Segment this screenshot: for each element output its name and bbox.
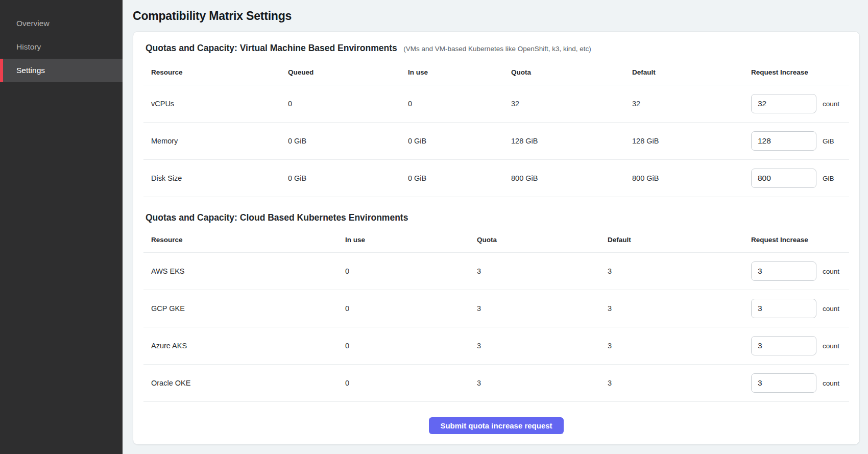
- quota-value: 3: [477, 267, 608, 275]
- resource-name: GCP GKE: [151, 304, 345, 313]
- column-header-resource: Resource: [151, 68, 288, 76]
- column-header-default: Default: [608, 236, 751, 244]
- unit-label: count: [823, 305, 839, 313]
- sidebar-item-settings[interactable]: Settings: [0, 59, 123, 82]
- column-header-default: Default: [632, 68, 751, 76]
- default-value: 3: [608, 304, 751, 313]
- table-row-disk-size: Disk Size 0 GiB 0 GiB 800 GiB 800 GiB Gi…: [143, 160, 849, 197]
- main-content: Compatibility Matrix Settings Quotas and…: [123, 0, 868, 445]
- resource-name: Oracle OKE: [151, 379, 345, 387]
- vm-table-header-row: Resource Queued In use Quota Default Req…: [143, 60, 849, 85]
- vcpus-request-input[interactable]: [751, 94, 816, 113]
- resource-name: Disk Size: [151, 174, 288, 182]
- table-row-aws-eks: AWS EKS 0 3 3 count: [143, 253, 849, 290]
- sidebar: Overview History Settings: [0, 0, 123, 454]
- in-use-value: 0 GiB: [408, 137, 511, 145]
- azure-aks-request-input[interactable]: [751, 336, 816, 355]
- column-header-resource: Resource: [151, 236, 345, 244]
- in-use-value: 0: [345, 267, 477, 275]
- k8s-section-header: Quotas and Capacity: Cloud Based Kuberne…: [133, 197, 859, 227]
- vm-section-header: Quotas and Capacity: Virtual Machine Bas…: [133, 32, 859, 60]
- unit-label: GiB: [823, 137, 834, 145]
- memory-request-input[interactable]: [751, 131, 816, 151]
- unit-label: count: [823, 268, 839, 275]
- unit-label: count: [823, 342, 839, 350]
- sidebar-item-history[interactable]: History: [0, 35, 123, 59]
- disk-size-request-input[interactable]: [751, 169, 816, 188]
- k8s-quota-table: Resource In use Quota Default Request In…: [143, 227, 849, 402]
- quota-value: 3: [477, 304, 608, 313]
- k8s-section-title: Quotas and Capacity: Cloud Based Kuberne…: [146, 212, 408, 223]
- column-header-queued: Queued: [288, 68, 408, 76]
- quota-value: 3: [477, 342, 608, 350]
- settings-card: Quotas and Capacity: Virtual Machine Bas…: [133, 31, 860, 445]
- table-row-gcp-gke: GCP GKE 0 3 3 count: [143, 290, 849, 327]
- submit-quota-button[interactable]: Submit quota increase request: [429, 417, 563, 434]
- quota-value: 3: [477, 379, 608, 387]
- quota-value: 32: [511, 100, 632, 108]
- vm-section-subtitle: (VMs and VM-based Kubernetes like OpenSh…: [403, 45, 591, 53]
- default-value: 3: [608, 267, 751, 275]
- default-value: 32: [632, 100, 751, 108]
- table-row-oracle-oke: Oracle OKE 0 3 3 count: [143, 365, 849, 402]
- resource-name: vCPUs: [151, 100, 288, 108]
- column-header-request-increase: Request Increase: [751, 236, 849, 244]
- quota-value: 800 GiB: [511, 174, 632, 182]
- in-use-value: 0: [408, 100, 511, 108]
- resource-name: AWS EKS: [151, 267, 345, 275]
- default-value: 800 GiB: [632, 174, 751, 182]
- table-row-azure-aks: Azure AKS 0 3 3 count: [143, 327, 849, 365]
- k8s-table-header-row: Resource In use Quota Default Request In…: [143, 227, 849, 253]
- column-header-quota: Quota: [477, 236, 608, 244]
- unit-label: count: [823, 379, 839, 387]
- in-use-value: 0: [345, 379, 477, 387]
- card-footer: Submit quota increase request: [133, 402, 859, 436]
- queued-value: 0 GiB: [288, 174, 408, 182]
- column-header-in-use: In use: [345, 236, 477, 244]
- default-value: 3: [608, 379, 751, 387]
- gcp-gke-request-input[interactable]: [751, 299, 816, 318]
- in-use-value: 0: [345, 304, 477, 313]
- table-row-memory: Memory 0 GiB 0 GiB 128 GiB 128 GiB GiB: [143, 123, 849, 160]
- sidebar-nav: Overview History Settings: [0, 0, 123, 82]
- aws-eks-request-input[interactable]: [751, 261, 816, 281]
- active-indicator: [0, 59, 3, 82]
- table-row-vcpus: vCPUs 0 0 32 32 count: [143, 85, 849, 123]
- page-title: Compatibility Matrix Settings: [133, 9, 860, 23]
- in-use-value: 0 GiB: [408, 174, 511, 182]
- quota-value: 128 GiB: [511, 137, 632, 145]
- column-header-in-use: In use: [408, 68, 511, 76]
- vm-quota-table: Resource Queued In use Quota Default Req…: [143, 60, 849, 197]
- resource-name: Azure AKS: [151, 342, 345, 350]
- default-value: 128 GiB: [632, 137, 751, 145]
- resource-name: Memory: [151, 137, 288, 145]
- unit-label: GiB: [823, 175, 834, 182]
- queued-value: 0: [288, 100, 408, 108]
- default-value: 3: [608, 342, 751, 350]
- queued-value: 0 GiB: [288, 137, 408, 145]
- oracle-oke-request-input[interactable]: [751, 373, 816, 393]
- unit-label: count: [823, 100, 839, 108]
- column-header-request-increase: Request Increase: [751, 68, 849, 76]
- sidebar-item-label: History: [16, 42, 41, 52]
- column-header-quota: Quota: [511, 68, 632, 76]
- vm-section-title: Quotas and Capacity: Virtual Machine Bas…: [146, 43, 397, 53]
- sidebar-item-label: Overview: [16, 19, 50, 28]
- sidebar-item-overview[interactable]: Overview: [0, 12, 123, 35]
- in-use-value: 0: [345, 342, 477, 350]
- sidebar-item-label: Settings: [16, 66, 45, 75]
